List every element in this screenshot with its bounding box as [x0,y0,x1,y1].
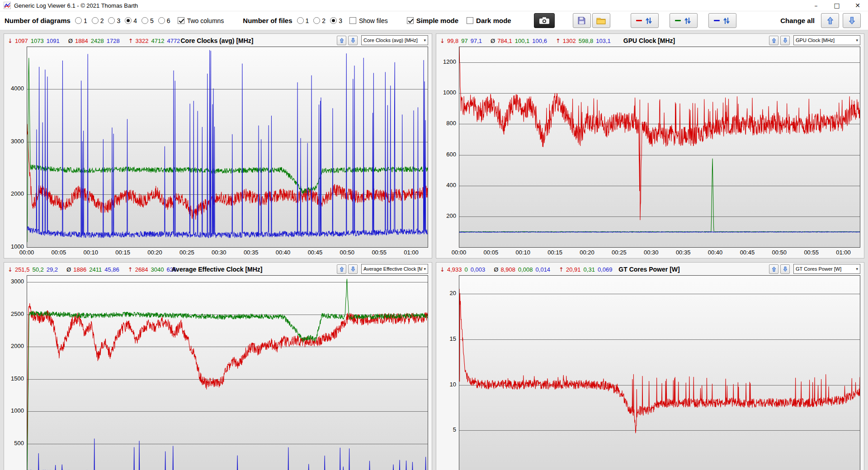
y-tick-label: 4000 [11,85,24,92]
move-panel-down-button[interactable] [780,264,790,274]
diagrams-radio-group-option-2[interactable]: 2 [92,17,104,24]
chart-canvas[interactable] [27,47,428,247]
y-tick-label: 400 [446,182,456,189]
files-radio-group-radio-1[interactable] [297,17,304,24]
save-button[interactable] [573,13,591,28]
y-tick-label: 1200 [443,58,456,66]
stat-avg-file2: 100,1 [515,38,530,44]
panel-controls: Average Effective Clock [MHz] ▾ [337,264,428,274]
stat-min-file3: 29,2 [47,266,58,273]
swap-file-3-button[interactable] [708,13,736,28]
simple-mode-checkbox-input[interactable] [407,17,414,24]
move-panel-up-button[interactable] [337,36,346,45]
x-tick-label: 00:45 [305,249,326,256]
stat-max-icon: ↑ [128,266,133,273]
diagrams-radio-group-radio-3[interactable] [108,17,115,24]
chart-body: 05101520 00:0000:0500:1000:1500:2000:250… [438,275,860,470]
move-panel-up-button[interactable] [769,264,778,274]
metric-dropdown[interactable]: GPU Clock [MHz] ▾ [793,35,860,45]
y-tick-label: 3000 [11,278,24,285]
radio-label: 4 [133,17,137,24]
files-radio-group-radio-3[interactable] [330,17,337,24]
stat-group-avg: Ø188424281728 [68,38,123,44]
metric-dropdown-value: Average Effective Clock [MHz] [363,266,422,272]
files-radio-group-radio-2[interactable] [313,17,320,24]
diagrams-radio-group-radio-2[interactable] [92,17,99,24]
diagrams-radio-group-radio-5[interactable] [142,17,148,24]
open-folder-button[interactable] [592,13,610,28]
x-tick-label: 00:15 [545,249,566,256]
y-tick-label: 1500 [11,375,24,382]
stat-avg-file3: 0,014 [536,266,551,273]
minimize-button[interactable]: – [806,0,826,11]
show-files-checkbox-input[interactable] [349,17,356,24]
diagrams-radio-group-radio-6[interactable] [158,17,165,24]
move-panel-down-button[interactable] [780,36,790,45]
files-radio-group-option-3[interactable]: 3 [330,17,342,24]
diagrams-radio-group: 123456 [75,17,175,24]
y-tick-label: 5 [453,426,456,433]
metric-dropdown[interactable]: GT Cores Power [W] ▾ [793,264,860,274]
y-tick-label: 15 [450,335,456,343]
y-tick-label: 2000 [11,190,24,197]
chevron-down-icon: ▾ [424,267,426,271]
stat-avg-file1: 784,1 [497,38,512,44]
chart-body: 1000200030004000 00:0000:0500:1000:1500:… [6,47,428,257]
y-tick-label: 2500 [11,310,24,318]
move-panel-down-button[interactable] [348,264,358,274]
chart-canvas[interactable] [459,47,860,247]
files-radio-group-option-1[interactable]: 1 [297,17,309,24]
stat-min-file2: 97 [461,38,467,44]
plot-area [459,275,860,470]
stat-min-file3: 0,003 [471,266,486,273]
stat-group-avg: Ø1886241145,86 [66,266,122,273]
y-axis-labels: 20040060080010001200 [438,47,459,248]
diagrams-radio-group-option-4[interactable]: 4 [125,17,137,24]
radio-label: 2 [322,17,326,24]
diagrams-radio-group-option-3[interactable]: 3 [108,17,120,24]
metric-dropdown[interactable]: Average Effective Clock [MHz] ▾ [361,264,428,274]
move-panel-up-button[interactable] [337,264,346,274]
x-tick-label: 00:20 [577,249,598,256]
window-title: Generic Log Viewer 6.1 - © 2021 Thomas B… [14,2,138,9]
dark-mode-checkbox-input[interactable] [467,17,473,24]
change-all-up-button[interactable] [821,13,839,28]
panel-stats: ↓99,89797,1Ø784,1100,1100,6↑1302598,8103… [438,38,619,44]
move-panel-up-button[interactable] [769,36,778,45]
files-radio-group-option-2[interactable]: 2 [313,17,326,24]
two-columns-checkbox[interactable]: Two columns [178,17,224,24]
swap-file-2-button[interactable] [670,13,698,28]
panel-header: ↓99,89797,1Ø784,1100,1100,6↑1302598,8103… [438,35,860,47]
stat-min-file1: 99,8 [447,38,458,44]
stat-min-file3: 97,1 [471,38,482,44]
radio-label: 3 [117,17,120,24]
move-panel-down-button[interactable] [348,36,358,45]
y-axis-labels: 050010001500200025003000 [6,275,27,470]
show-files-checkbox[interactable]: Show files [349,17,388,24]
stat-group-min: ↓4,93300,003 [440,266,488,273]
x-tick-label: 01:00 [401,249,422,256]
chart-canvas[interactable] [27,276,428,470]
swap-file-1-button[interactable] [631,13,659,28]
diagrams-radio-group-option-6[interactable]: 6 [158,17,170,24]
metric-dropdown[interactable]: Core Clocks (avg) [MHz] ▾ [361,35,428,45]
maximize-icon: □ [834,2,840,9]
stat-avg-icon: Ø [68,38,73,44]
simple-mode-checkbox[interactable]: Simple mode [407,17,458,24]
diagrams-radio-group-option-1[interactable]: 1 [75,17,87,24]
maximize-button[interactable]: □ [826,0,847,11]
close-button[interactable]: ✕ [847,0,868,11]
two-columns-checkbox-input[interactable] [178,17,184,24]
stat-max-file2: 3040 [151,266,164,273]
x-tick-label: 00:05 [48,249,69,256]
chart-canvas[interactable] [459,276,860,470]
screenshot-button[interactable] [534,13,555,28]
change-all-down-button[interactable] [843,13,861,28]
stat-group-max: ↑332247124772 [128,38,183,44]
diagrams-radio-group-radio-4[interactable] [125,17,132,24]
diagrams-radio-group-option-5[interactable]: 5 [142,17,154,24]
chevron-down-icon: ▾ [856,267,858,271]
stat-max-file3: 4772 [167,38,180,44]
dark-mode-checkbox[interactable]: Dark mode [467,17,511,24]
diagrams-radio-group-radio-1[interactable] [75,17,82,24]
